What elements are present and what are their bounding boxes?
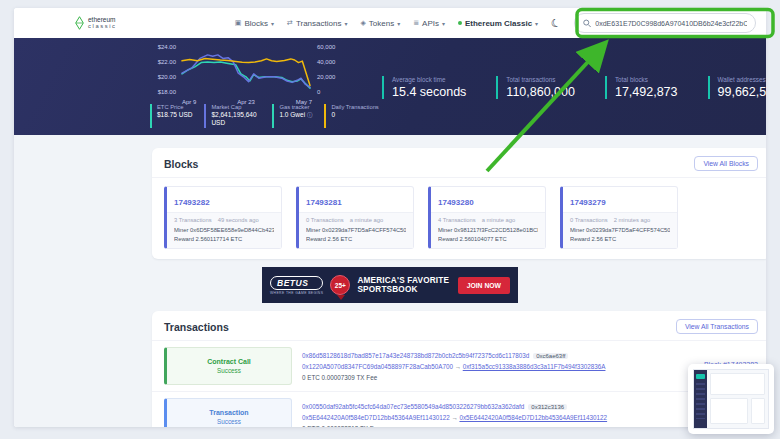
- tx-type-badge: Contract Call Success: [164, 347, 292, 385]
- screen-preview-thumbnail: [688, 364, 774, 434]
- dark-mode-toggle-moon-icon[interactable]: ☾: [550, 16, 563, 30]
- info-icon[interactable]: ⓘ: [307, 112, 313, 118]
- transactions-icon: ⇄: [287, 19, 293, 27]
- nav-item-transactions[interactable]: ⇄ Transactions ▾: [287, 19, 347, 28]
- search-box: [574, 13, 756, 33]
- nav-item-apis[interactable]: ≣ APIs ▾: [413, 19, 445, 28]
- tx-value-fee: 0 ETC 0.00007309 TX Fee: [302, 372, 636, 383]
- blocks-title: Blocks: [164, 158, 198, 170]
- block-tile: 17493280 4 Transactionsa minute ago Mine…: [428, 186, 546, 249]
- nav-label: Blocks: [244, 19, 268, 28]
- blocks-icon: ▣: [235, 19, 242, 27]
- block-number-link[interactable]: 17493281: [306, 198, 342, 207]
- thumbnail-content: [707, 370, 768, 428]
- explorer-page: ethereum classic ▣ Blocks ▾ ⇄ Transactio…: [14, 8, 766, 427]
- y-tick: $24.00: [158, 44, 176, 50]
- block-number-link[interactable]: 17493282: [174, 198, 210, 207]
- nav-label: APIs: [422, 19, 439, 28]
- arrow-separator: →: [451, 414, 457, 421]
- block-reward: Reward 2.56 ETC: [570, 235, 670, 244]
- tx-type-badge: Transaction Success: [164, 398, 292, 427]
- stat-wallet-addresses: Wallet addresses 99,662,544: [708, 76, 766, 99]
- top-nav: ethereum classic ▣ Blocks ▾ ⇄ Transactio…: [14, 8, 766, 38]
- tx-hash-link[interactable]: 0x86d58128618d7bad857e17a43e248738bd872b…: [302, 352, 529, 359]
- block-number-link[interactable]: 17493280: [438, 198, 474, 207]
- to-address-link[interactable]: 0x5E6442420A0f584eD7D12bb45364A9Ef114301…: [459, 414, 607, 421]
- search-input[interactable]: [595, 20, 747, 27]
- legend-daily-transactions: Daily Transactions 0: [324, 104, 378, 128]
- chevron-down-icon: ▾: [271, 20, 274, 27]
- chart-y-axis-left: $24.00 $22.00 $20.00 $18.00: [150, 43, 180, 95]
- ethereum-classic-logo[interactable]: ethereum classic: [75, 16, 117, 30]
- block-miner[interactable]: Miner 0x0239da7F7D5aF4CFF574C507bb...: [306, 226, 406, 235]
- network-name: Ethereum Classic: [465, 19, 532, 28]
- network-status-dot: [458, 21, 462, 25]
- ad-banner[interactable]: BETUS WHERE THE GAME BEGINS 25+ AMERICA'…: [262, 267, 518, 303]
- price-chart: $24.00 $22.00 $20.00 $18.00 Apr 9 Apr 23…: [150, 43, 346, 108]
- transaction-row: Transaction Success 0x00550daf92ab5fc45c…: [152, 391, 766, 427]
- block-tile: 17493281 0 Transactionsa minute ago Mine…: [296, 186, 414, 249]
- network-stats: Average block time 15.4 seconds Total tr…: [382, 76, 766, 99]
- legend-etc-price: ETC Price $18.75 USD: [150, 104, 192, 128]
- blocks-card: Blocks View All Blocks 17493282 3 Transa…: [152, 148, 766, 259]
- tx-value-fee: 0 ETC 0.000022312 TX Fee: [302, 423, 636, 427]
- chevron-down-icon: ▾: [344, 20, 347, 27]
- block-tile: 17493279 0 Transactions2 minutes ago Min…: [560, 186, 678, 249]
- page-body: Blocks View All Blocks 17493282 3 Transa…: [14, 135, 766, 427]
- block-miner[interactable]: Miner 0x0239da7F7D5aF4CFF574C507bb...: [570, 226, 670, 235]
- age-25plus-badge: 25+: [330, 275, 350, 295]
- chevron-down-icon: ▾: [535, 20, 538, 27]
- chart-y-axis-right: 60,000 40,000 20,000 0: [312, 43, 346, 95]
- stat-total-blocks: Total blocks 17,492,873: [605, 76, 678, 99]
- transactions-card: Transactions View All Transactions Contr…: [152, 311, 766, 427]
- y-tick: $18.00: [158, 89, 176, 95]
- method-tag: 0xc6ae63ff: [533, 353, 568, 359]
- block-reward: Reward 2.560117714 ETC: [174, 235, 274, 244]
- nav-label: Tokens: [369, 19, 394, 28]
- transaction-row: Contract Call Success 0x86d58128618d7bad…: [152, 341, 766, 391]
- legend-gas-tracker: Gas tracker 1.0 Gwei ⓘ: [272, 104, 312, 128]
- chevron-down-icon: ▾: [397, 20, 400, 27]
- block-miner[interactable]: Miner 0x981217f3FcC2CD5128e01BCFFa...: [438, 226, 538, 235]
- block-reward: Reward 2.560104077 ETC: [438, 235, 538, 244]
- nav-item-blocks[interactable]: ▣ Blocks ▾: [235, 19, 274, 28]
- y-tick: 40,000: [317, 59, 335, 65]
- y-tick: $20.00: [158, 74, 176, 80]
- betus-logo: BETUS WHERE THE GAME BEGINS: [270, 276, 323, 295]
- stat-total-transactions: Total transactions 110,860,000: [496, 76, 575, 99]
- hero-section: $24.00 $22.00 $20.00 $18.00 Apr 9 Apr 23…: [14, 38, 766, 135]
- chevron-down-icon: ▾: [442, 20, 445, 27]
- y-tick: $22.00: [158, 59, 176, 65]
- method-tag: 0x312c3136: [528, 404, 567, 410]
- tx-hash-link[interactable]: 0x00550daf92ab5fc45cfc64da07ec73e5580549…: [302, 403, 524, 410]
- etc-diamond-icon: [75, 16, 84, 30]
- view-all-transactions-button[interactable]: View All Transactions: [676, 319, 758, 334]
- arrow-separator: →: [455, 363, 461, 370]
- thumbnail-sidebar: [694, 370, 707, 428]
- block-number-link[interactable]: 17493279: [570, 198, 606, 207]
- block-tile: 17493282 3 Transactions49 seconds ago Mi…: [164, 186, 282, 249]
- network-selector[interactable]: Ethereum Classic ▾: [458, 19, 538, 28]
- nav-label: Transactions: [296, 19, 342, 28]
- logo-text: ethereum classic: [88, 16, 117, 30]
- y-tick: 60,000: [317, 44, 335, 50]
- from-address-link[interactable]: 0x1220A5070d8347FC69da0458897F28aCab50A7…: [302, 363, 453, 370]
- from-address-link[interactable]: 0x5E6442420A0f584eD7D12bb45364A9Ef114301…: [302, 414, 450, 421]
- view-all-blocks-button[interactable]: View All Blocks: [694, 156, 758, 171]
- price-chart-plot: [180, 43, 312, 95]
- search-icon: [583, 19, 591, 28]
- stat-average-block-time: Average block time 15.4 seconds: [382, 76, 466, 99]
- apis-icon: ≣: [413, 19, 419, 27]
- y-tick: 20,000: [317, 74, 335, 80]
- to-address-link[interactable]: 0xf315a5cc91338a3886d3c3a11F7b494f330283…: [463, 363, 606, 370]
- nav-item-tokens[interactable]: ◈ Tokens ▾: [360, 19, 400, 28]
- block-miner[interactable]: Miner 0x6D5F58EE658e9eD844Cb42337...: [174, 226, 274, 235]
- block-reward: Reward 2.56 ETC: [306, 235, 406, 244]
- legend-market-cap: Market Cap $2,641,195,640 USD: [204, 104, 260, 128]
- transactions-title: Transactions: [164, 321, 229, 333]
- tokens-icon: ◈: [360, 19, 365, 27]
- chart-legend: ETC Price $18.75 USD Market Cap $2,641,1…: [150, 104, 379, 128]
- join-now-button[interactable]: JOIN NOW: [458, 277, 510, 294]
- ad-headline: AMERICA'S FAVORITE SPORTSBOOK: [357, 276, 449, 295]
- y-tick: 0: [317, 89, 320, 95]
